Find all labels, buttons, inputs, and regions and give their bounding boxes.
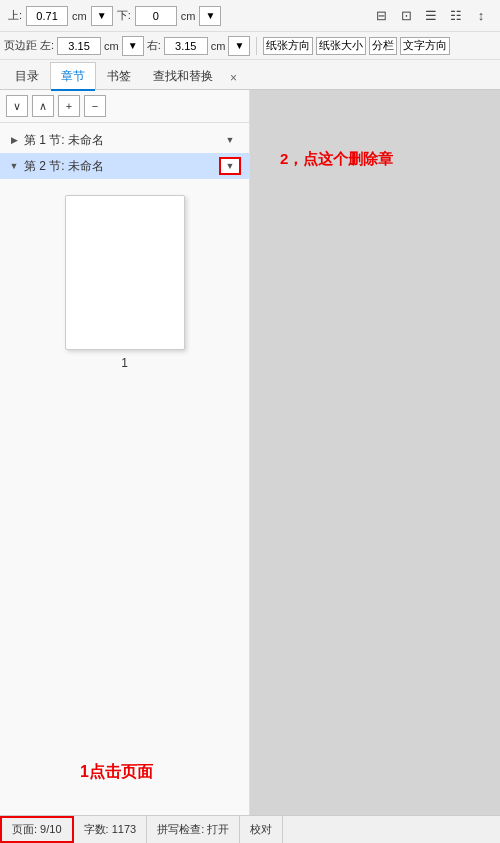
status-bar: 页面: 9/10 字数: 1173 拼写检查: 打开 校对	[0, 815, 500, 843]
annotation-delete-chapter: 2，点这个删除章	[280, 150, 393, 169]
label-margin: 页边距	[4, 38, 37, 53]
panel-btn-add[interactable]: +	[58, 95, 80, 117]
top-toolbar: 上: cm ▼ 下: cm ▼ ⊟ ⊡ ☰ ☷ ↕	[0, 0, 500, 32]
chapter-name-1: 第 1 节: 未命名	[24, 132, 215, 149]
tab-bar: 目录 章节 书签 查找和替换 ×	[0, 60, 500, 90]
tab-close-btn[interactable]: ×	[224, 66, 243, 90]
thumbnail-area: 1	[0, 179, 249, 382]
panel-btn-up[interactable]: ∧	[32, 95, 54, 117]
status-proofread: 校对	[240, 816, 283, 843]
tab-bookmark[interactable]: 书签	[96, 62, 142, 90]
spinner-down-bottom[interactable]: ▼	[199, 6, 221, 26]
panel-btn-minus[interactable]: −	[84, 95, 106, 117]
status-spell-check: 拼写检查: 打开	[147, 816, 240, 843]
toolbar-icons: ⊟ ⊡ ☰ ☷ ↕	[370, 6, 492, 26]
unit-bottom: cm	[181, 10, 196, 22]
label-bottom: 下:	[117, 8, 131, 23]
unit-margin-right: cm	[211, 40, 226, 52]
icon-btn-3[interactable]: ☰	[420, 6, 442, 26]
icon-btn-2[interactable]: ⊡	[395, 6, 417, 26]
separator	[256, 37, 257, 55]
input-top[interactable]	[26, 6, 68, 26]
page-thumbnail[interactable]	[65, 195, 185, 350]
unit-top: cm	[72, 10, 87, 22]
paper-direction-btn[interactable]: 纸张方向	[263, 37, 313, 55]
main-container: ∨ ∧ + − ▶ 第 1 节: 未命名 ▼ ▼ 第 2 节: 未命名 ▼ 1	[0, 90, 500, 815]
spinner-right[interactable]: ▼	[228, 36, 250, 56]
status-page-info[interactable]: 页面: 9/10	[0, 816, 74, 843]
chapter-name-2: 第 2 节: 未命名	[24, 158, 215, 175]
columns-btn[interactable]: 分栏	[369, 37, 397, 55]
spinner-down-top[interactable]: ▼	[91, 6, 113, 26]
label-left: 左:	[40, 38, 54, 53]
panel-btn-down[interactable]: ∨	[6, 95, 28, 117]
status-word-count: 字数: 1173	[74, 816, 148, 843]
chapter-menu-1[interactable]: ▼	[219, 131, 241, 149]
spinner-left[interactable]: ▼	[122, 36, 144, 56]
chapter-item-2[interactable]: ▼ 第 2 节: 未命名 ▼	[0, 153, 249, 179]
input-margin-left[interactable]	[57, 37, 101, 55]
input-bottom[interactable]	[135, 6, 177, 26]
tab-toc[interactable]: 目录	[4, 62, 50, 90]
arrow-ch1: ▶	[8, 134, 20, 146]
chapter-menu-2[interactable]: ▼	[219, 157, 241, 175]
bottom-annotation-click: 1点击页面	[80, 762, 153, 783]
panel-toolbar: ∨ ∧ + −	[0, 90, 249, 123]
tab-chapter[interactable]: 章节	[50, 62, 96, 90]
icon-btn-5[interactable]: ↕	[470, 6, 492, 26]
chapter-item-1[interactable]: ▶ 第 1 节: 未命名 ▼	[0, 127, 249, 153]
text-direction-btn[interactable]: 文字方向	[400, 37, 450, 55]
right-panel[interactable]: 2，点这个删除章	[250, 90, 500, 815]
chapter-list: ▶ 第 1 节: 未命名 ▼ ▼ 第 2 节: 未命名 ▼ 1	[0, 123, 249, 815]
unit-margin-left: cm	[104, 40, 119, 52]
left-panel: ∨ ∧ + − ▶ 第 1 节: 未命名 ▼ ▼ 第 2 节: 未命名 ▼ 1	[0, 90, 250, 815]
icon-btn-4[interactable]: ☷	[445, 6, 467, 26]
label-top: 上:	[8, 8, 22, 23]
icon-btn-1[interactable]: ⊟	[370, 6, 392, 26]
input-margin-right[interactable]	[164, 37, 208, 55]
arrow-ch2: ▼	[8, 160, 20, 172]
page-number: 1	[121, 356, 128, 370]
paper-size-btn[interactable]: 纸张大小	[316, 37, 366, 55]
margin-toolbar: 页边距 左: cm ▼ 右: cm ▼ 纸张方向 纸张大小 分栏 文字方向	[0, 32, 500, 60]
label-right: 右:	[147, 38, 161, 53]
tab-findreplace[interactable]: 查找和替换	[142, 62, 224, 90]
